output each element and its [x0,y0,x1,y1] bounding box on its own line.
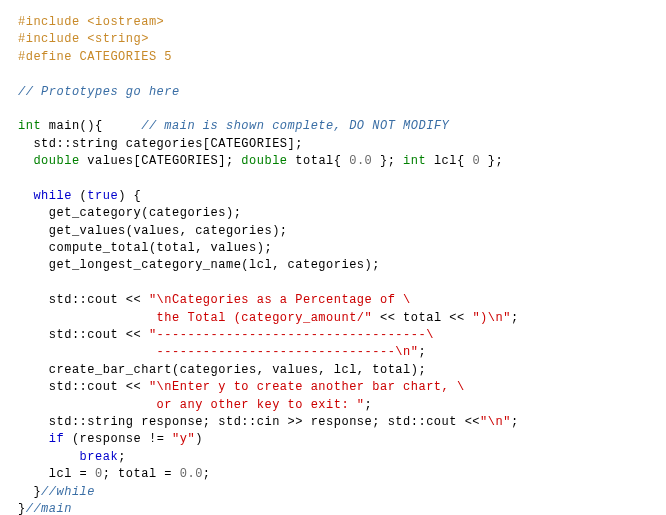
code-token: ( [72,189,87,203]
code-listing: #include <iostream> #include <string> #d… [0,0,666,515]
code-token: -------------------------------\n" [18,345,418,359]
code-token: "-----------------------------------\ [149,328,434,342]
code-line: -------------------------------\n"; [18,345,426,359]
code-line: get_values(values, categories); [18,224,288,238]
code-token: } [18,485,41,499]
code-line: while (true) { [18,189,141,203]
code-token: ; [418,345,426,359]
code-line: if (response != "y") [18,432,203,446]
code-token: << total << [372,311,472,325]
code-token: "\nCategories as a Percentage of \ [149,293,411,307]
code-line: }//main [18,502,72,515]
code-token: ")\n" [472,311,511,325]
code-token: lcl{ [426,154,472,168]
code-token: #include <iostream> [18,15,164,29]
code-line: get_longest_category_name(lcl, categorie… [18,258,380,272]
code-token: (response != [64,432,172,446]
code-line: #include <iostream> [18,15,164,29]
code-token: total{ [288,154,350,168]
code-token [18,450,80,464]
code-line: break; [18,450,126,464]
code-line: or any other key to exit: "; [18,398,372,412]
code-token: ; [511,311,519,325]
code-token: get_category(categories); [18,206,241,220]
code-token: get_values(values, categories); [18,224,288,238]
code-line: get_category(categories); [18,206,241,220]
code-token: the Total (category_amount/" [18,311,372,325]
code-token: std::cout << [18,380,149,394]
code-line: #define CATEGORIES 5 [18,50,172,64]
code-token: lcl = [18,467,95,481]
code-line: double values[CATEGORIES]; double total{… [18,154,503,168]
code-token: create_bar_chart(categories, values, lcl… [18,363,426,377]
code-token: ; [511,415,519,429]
code-token: break [80,450,119,464]
code-token: // Prototypes go here [18,85,180,99]
code-token: values[CATEGORIES]; [80,154,242,168]
code-line: // Prototypes go here [18,85,180,99]
code-token: "\nEnter y to create another bar chart, … [149,380,465,394]
code-line: the Total (category_amount/" << total <<… [18,311,519,325]
code-token: #define CATEGORIES 5 [18,50,172,64]
code-token: std::string response; std::cin >> respon… [18,415,480,429]
code-token [18,432,49,446]
code-token: or any other key to exit: " [18,398,365,412]
code-line: int main(){ // main is shown complete, D… [18,119,449,133]
code-token: get_longest_category_name(lcl, categorie… [18,258,380,272]
code-token: }; [372,154,403,168]
code-token: ; [203,467,211,481]
code-token: std::cout << [18,293,149,307]
code-token: double [33,154,79,168]
code-token: std::string categories[CATEGORIES]; [18,137,303,151]
code-line: std::cout << "\nCategories as a Percenta… [18,293,411,307]
code-token: double [241,154,287,168]
code-token: ) [195,432,203,446]
code-line: }//while [18,485,95,499]
code-token: int [18,119,41,133]
code-line: create_bar_chart(categories, values, lcl… [18,363,426,377]
code-line: std::cout << "\nEnter y to create anothe… [18,380,465,394]
code-token: 0.0 [349,154,372,168]
code-token [18,189,33,203]
code-token: //main [26,502,72,515]
code-token: }; [480,154,503,168]
code-token: std::cout << [18,328,149,342]
code-token: ; [118,450,126,464]
code-token: ) { [118,189,141,203]
code-token: if [49,432,64,446]
code-line: #include <string> [18,32,149,46]
code-line: std::string categories[CATEGORIES]; [18,137,303,151]
code-line: compute_total(total, values); [18,241,272,255]
code-line: std::cout << "--------------------------… [18,328,434,342]
code-token: //while [41,485,95,499]
code-token: ; total = [103,467,180,481]
code-token: 0 [472,154,480,168]
code-line: std::string response; std::cin >> respon… [18,415,519,429]
code-token: #include <string> [18,32,149,46]
code-token: int [403,154,426,168]
code-token: 0.0 [180,467,203,481]
code-line: lcl = 0; total = 0.0; [18,467,211,481]
code-token [18,154,33,168]
code-token: } [18,502,26,515]
code-token: 0 [95,467,103,481]
code-token: compute_total(total, values); [18,241,272,255]
code-token: ; [365,398,373,412]
code-token: while [33,189,72,203]
code-token: // main is shown complete, DO NOT MODIFY [141,119,449,133]
code-token: "\n" [480,415,511,429]
code-token: true [87,189,118,203]
code-token: main(){ [41,119,141,133]
code-token: "y" [172,432,195,446]
